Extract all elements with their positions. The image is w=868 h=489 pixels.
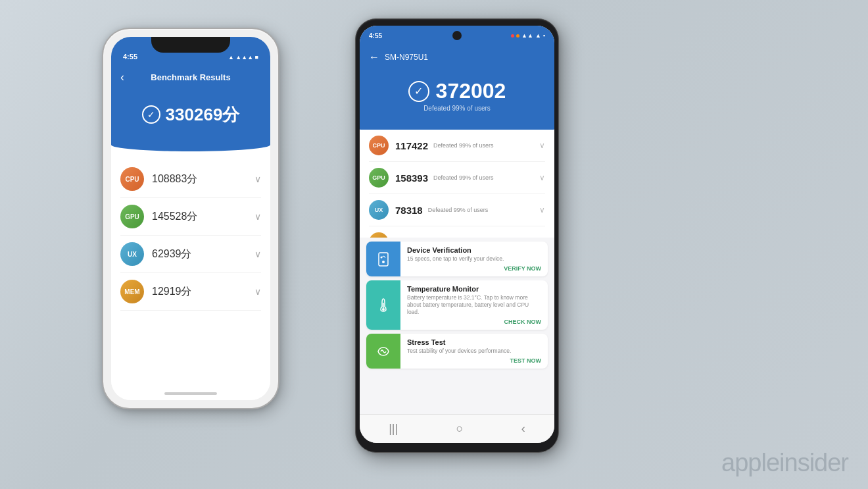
iphone-gpu-badge: GPU — [120, 205, 144, 228]
iphone-metric-row-gpu: GPU 145528分 ∨ — [120, 198, 261, 236]
samsung-check-icon: ✓ — [408, 81, 429, 102]
samsung-back-button[interactable]: ← — [369, 51, 379, 63]
samsung-gpu-sub: Defeated 99% of users — [433, 174, 494, 181]
iphone-cpu-chevron[interactable]: ∨ — [254, 174, 261, 184]
watermark: appleinsider — [721, 449, 848, 477]
samsung-gpu-badge: GPU — [369, 168, 389, 188]
samsung-nav-back[interactable]: ‹ — [521, 422, 525, 436]
iphone-score-value: 330269分 — [166, 103, 240, 126]
samsung-metric-gpu: GPU 158393 Defeated 99% of users ∨ — [369, 162, 545, 194]
samsung-device-label: SM-N975U1 — [385, 53, 428, 62]
samsung-ux-sub: Defeated 99% of users — [428, 207, 489, 213]
samsung-score-value: 372002 — [436, 79, 506, 103]
iphone-ux-value: 62939分 — [152, 247, 192, 261]
temperature-monitor-body: Temperature Monitor Battery temperature … — [400, 280, 548, 330]
iphone-header: ‹ Benchmark Results — [111, 63, 270, 91]
device-verification-desc: 15 specs, one tap to verify your device. — [407, 255, 541, 263]
samsung-cpu-badge: CPU — [369, 136, 389, 155]
iphone-gpu-chevron[interactable]: ∨ — [254, 211, 261, 222]
iphone-check-icon: ✓ — [142, 105, 160, 124]
iphone-metric-row-ux: UX 62939分 ∨ — [120, 236, 261, 273]
samsung-ux-chevron[interactable]: ∨ — [539, 205, 545, 215]
samsung-status-icons: ▲▲ ▲ ▪ — [511, 32, 545, 39]
device-verification-action[interactable]: VERIFY NOW — [407, 265, 541, 272]
device-verification-icon — [366, 242, 400, 276]
iphone-mem-value: 12919分 — [152, 285, 192, 299]
iphone-score-area: ✓ 330269分 — [111, 91, 270, 138]
stress-test-action[interactable]: TEST NOW — [407, 357, 541, 364]
samsung-cpu-sub: Defeated 99% of users — [433, 142, 494, 149]
samsung-camera — [452, 31, 462, 40]
samsung-header: ← SM-N975U1 — [360, 45, 554, 69]
svg-point-1 — [382, 261, 385, 263]
temperature-monitor-desc: Battery temperature is 32.1°C. Tap to kn… — [407, 294, 541, 316]
iphone-back-button[interactable]: ‹ — [120, 70, 124, 84]
stress-test-body: Stress Test Test stability of your devic… — [400, 334, 548, 369]
samsung-score-area: ✓ 372002 Defeated 99% of users — [360, 69, 554, 122]
samsung-score-subtitle: Defeated 99% of users — [423, 105, 491, 112]
stress-test-icon — [366, 334, 400, 369]
samsung-battery-icon: ▪ — [543, 32, 545, 39]
svg-rect-0 — [379, 253, 388, 266]
iphone-cpu-value: 108883分 — [152, 172, 197, 186]
iphone-time: 4:55 — [123, 53, 137, 61]
iphone-mem-chevron[interactable]: ∨ — [254, 286, 261, 297]
temp-icon-svg — [375, 297, 391, 313]
samsung-time: 4:55 — [369, 32, 382, 39]
iphone-mem-badge: MEM — [120, 280, 144, 303]
temperature-monitor-title: Temperature Monitor — [407, 285, 541, 293]
samsung-metric-cpu: CPU 117422 Defeated 99% of users ∨ — [369, 130, 545, 162]
samsung-gpu-chevron[interactable]: ∨ — [539, 173, 545, 182]
samsung-score-row: ✓ 372002 — [408, 79, 506, 103]
device-icon-svg — [375, 251, 391, 267]
samsung-cards-section: Device Verification 15 specs, one tap to… — [360, 238, 554, 414]
stress-test-desc: Test stability of your devices performan… — [407, 347, 541, 355]
samsung-gpu-value: 158393 — [395, 172, 428, 184]
iphone-ux-badge: UX — [120, 242, 144, 266]
samsung-cpu-value: 117422 — [395, 140, 428, 151]
samsung-right: 4:55 ▲▲ ▲ ▪ ← SM-N975U1 ✓ 372002 — [355, 18, 559, 453]
iphone-left: 4:55 ▲ ▲▲▲ ■ ‹ Benchmark Results ✓ 33026… — [102, 28, 279, 409]
samsung-nav-bar: ||| ○ ‹ — [360, 414, 554, 443]
samsung-cpu-chevron[interactable]: ∨ — [539, 141, 545, 150]
samsung-metric-ux: UX 78318 Defeated 99% of users ∨ — [369, 194, 545, 226]
iphone-wave — [111, 138, 270, 151]
iphone-body: 4:55 ▲ ▲▲▲ ■ ‹ Benchmark Results ✓ 33026… — [102, 28, 279, 409]
iphone-cpu-badge: CPU — [120, 167, 144, 191]
samsung-dot-red — [511, 34, 514, 38]
iphone-gpu-value: 145528分 — [152, 210, 197, 224]
samsung-wifi-icon: ▲ — [535, 32, 541, 39]
samsung-dot-orange — [516, 34, 519, 38]
stress-icon-svg — [375, 344, 391, 359]
device-verification-card[interactable]: Device Verification 15 specs, one tap to… — [366, 242, 548, 276]
iphone-page-title: Benchmark Results — [151, 72, 230, 82]
device-verification-body: Device Verification 15 specs, one tap to… — [400, 242, 548, 276]
iphone-metric-row-cpu: CPU 108883分 ∨ — [120, 161, 261, 198]
samsung-screen: 4:55 ▲▲ ▲ ▪ ← SM-N975U1 ✓ 372002 — [360, 26, 554, 443]
iphone-score-row: ✓ 330269分 — [142, 103, 240, 126]
iphone-metric-row-mem: MEM 12919分 ∨ — [120, 273, 261, 311]
samsung-signal-icon: ▲▲ — [521, 32, 533, 39]
iphone-screen: 4:55 ▲ ▲▲▲ ■ ‹ Benchmark Results ✓ 33026… — [111, 37, 270, 400]
temperature-monitor-card[interactable]: Temperature Monitor Battery temperature … — [366, 280, 548, 330]
samsung-body: 4:55 ▲▲ ▲ ▪ ← SM-N975U1 ✓ 372002 — [355, 18, 559, 453]
stress-test-title: Stress Test — [407, 338, 541, 346]
iphone-ux-chevron[interactable]: ∨ — [254, 249, 261, 259]
samsung-ux-value: 78318 — [395, 205, 423, 216]
stress-test-card[interactable]: Stress Test Test stability of your devic… — [366, 334, 548, 369]
iphone-status-icons: ▲ ▲▲▲ ■ — [228, 54, 258, 61]
temperature-monitor-action[interactable]: CHECK NOW — [407, 319, 541, 325]
svg-point-3 — [382, 308, 385, 311]
device-verification-title: Device Verification — [407, 246, 541, 254]
iphone-content: CPU 108883分 ∨ GPU 145528分 ∨ UX 62939分 ∨ … — [111, 155, 270, 400]
temperature-monitor-icon — [366, 280, 400, 330]
samsung-ux-badge: UX — [369, 200, 389, 220]
iphone-notch — [151, 37, 230, 53]
iphone-home-indicator — [164, 392, 217, 395]
samsung-nav-home[interactable]: ○ — [456, 422, 464, 436]
samsung-nav-recents[interactable]: ||| — [389, 422, 398, 436]
